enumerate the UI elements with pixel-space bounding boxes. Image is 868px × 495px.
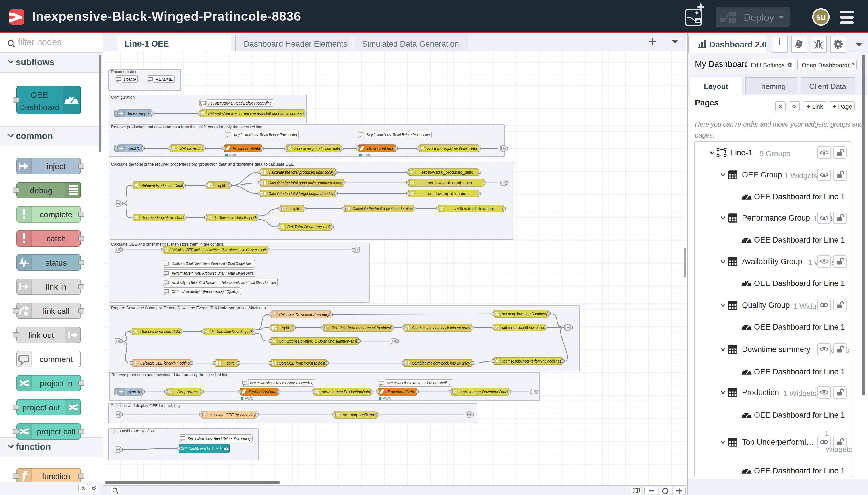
svg-text:Calculate the total good units: Calculate the total good units produced …	[268, 181, 343, 185]
svg-text:OEE Dashboard for Line 1: OEE Dashboard for Line 1	[754, 192, 845, 201]
svg-text:Set Recent Downtime & Downtime: Set Recent Downtime & Downtime summery t…	[279, 339, 357, 343]
svg-text:Is Downtime Data Empty?: Is Downtime Data Empty?	[215, 215, 256, 220]
svg-text:Set params: Set params	[180, 146, 201, 151]
svg-text:Line-1: Line-1	[731, 149, 752, 157]
svg-text:store in msg.downtime_data: store in msg.downtime_data	[427, 146, 478, 151]
svg-text:status: status	[45, 258, 67, 267]
svg-text:OEE Dashboard for Line 1: OEE Dashboard for Line 1	[180, 446, 221, 451]
svg-text:Key Instructions: Read Before: Key Instructions: Read Before Proceeding	[234, 132, 297, 137]
svg-text:complete: complete	[40, 210, 73, 219]
svg-text:RWC: RWC	[363, 153, 372, 157]
svg-text:Calculate the total produced u: Calculate the total produced units today	[268, 170, 334, 174]
svg-text:Calculate OEE for each machine: Calculate OEE for each machine	[140, 361, 189, 365]
svg-text:DowntimeData: DowntimeData	[388, 390, 414, 394]
svg-text:store in msg.production_data: store in msg.production_data	[295, 146, 340, 151]
svg-text:Key Instructions: Read Before: Key Instructions: Read Before Proceeding	[250, 381, 313, 385]
svg-text:Set Total Downtime to 0: Set Total Downtime to 0	[287, 224, 330, 229]
svg-text:1 Widgets: 1 Widgets	[783, 389, 817, 398]
svg-text:RWC: RWC	[383, 396, 392, 400]
svg-text:inject ↻: inject ↻	[126, 146, 140, 151]
svg-text:9 Groups: 9 Groups	[760, 149, 790, 158]
svg-text:Configuration: Configuration	[111, 95, 135, 100]
svg-text:split: split	[226, 361, 233, 365]
svg-text:OEE = (Availability) * (Perfor: OEE = (Availability) * (Performance) * (…	[172, 289, 239, 294]
svg-text:Availability Group: Availability Group	[742, 257, 802, 266]
svg-text:Sort data from most recent to: Sort data from most recent to oldest	[331, 326, 391, 330]
svg-text:Retrieve production and downti: Retrieve production and downtime data fr…	[111, 125, 263, 129]
svg-text:set flow.total_downtime: set flow.total_downtime	[453, 206, 495, 211]
svg-text:Key Instructions: Read Before: Key Instructions: Read Before Proceeding	[188, 436, 250, 441]
svg-text:OEE Dashboard for Line 1: OEE Dashboard for Line 1	[754, 466, 845, 475]
svg-text:Retrieve Downtime Data: Retrieve Downtime Data	[140, 329, 180, 334]
svg-text:OEE Dashboard for Line 1: OEE Dashboard for Line 1	[754, 323, 845, 331]
svg-text:Quality Group: Quality Group	[742, 301, 790, 309]
svg-text:DowntimeData: DowntimeData	[367, 146, 394, 151]
svg-text:inject ↻: inject ↻	[126, 390, 140, 394]
svg-text:Retrieve Downtime Data: Retrieve Downtime Data	[141, 215, 184, 220]
svg-text:Prepare Downtime Summary, Rece: Prepare Downtime Summary, Recent Downtim…	[111, 306, 266, 310]
svg-text:project in: project in	[40, 379, 73, 388]
svg-text:su: su	[816, 12, 826, 21]
svg-text:Performance Group: Performance Group	[742, 214, 810, 222]
svg-text:Combine the data back into an: Combine the data back into an array.	[412, 326, 471, 330]
svg-text:Availavity = (Total Shift Dura: Availavity = (Total Shift Duration - Tot…	[171, 280, 276, 285]
svg-text:split: split	[292, 206, 299, 211]
svg-text:comment: comment	[40, 355, 73, 364]
svg-text:debug: debug	[30, 186, 53, 195]
svg-text:timestamp ¹: timestamp ¹	[128, 111, 149, 116]
svg-text:OEE Dashboard for Line 1: OEE Dashboard for Line 1	[754, 236, 845, 244]
svg-text:Documentation: Documentation	[111, 70, 138, 74]
svg-text:Production: Production	[742, 388, 779, 397]
svg-text:Key Instructions: Read Before: Key Instructions: Read Before Proceeding	[387, 381, 450, 385]
svg-text:link in: link in	[46, 283, 67, 291]
svg-text:split: split	[282, 326, 289, 330]
svg-text:Is Downtime Data Empty?: Is Downtime Data Empty?	[212, 329, 252, 334]
svg-text:OEE Group: OEE Group	[742, 171, 782, 179]
svg-text:Combine the data back into an: Combine the data back into an array.	[412, 361, 471, 365]
svg-text:RWC: RWC	[245, 396, 254, 400]
svg-text:ProductionData: ProductionData	[232, 146, 260, 151]
svg-text:function: function	[42, 472, 70, 481]
svg-text:Quality = Total Good Units Pro: Quality = Total Good Units Produced / To…	[172, 261, 253, 266]
svg-text:store in msg.DowntimeData: store in msg.DowntimeData	[459, 390, 507, 394]
svg-text:Calculate Downtime Summery: Calculate Downtime Summery	[279, 312, 330, 317]
svg-text:Retrieve Production Data: Retrieve Production Data	[141, 183, 182, 188]
svg-text:Retrieve production and downti: Retrieve production and downtime data fr…	[111, 373, 229, 377]
svg-text:project out: project out	[22, 403, 60, 412]
svg-text:OEE Dashboard for Line 1: OEE Dashboard for Line 1	[754, 368, 845, 376]
svg-text:Top Underperformi…: Top Underperformi…	[742, 438, 814, 446]
svg-text:inject: inject	[47, 162, 66, 171]
svg-text:set flow.total_good_units: set flow.total_good_units	[428, 181, 472, 185]
svg-text:RWC: RWC	[229, 153, 238, 157]
svg-text:Downtime summery: Downtime summery	[742, 345, 811, 354]
svg-text:set msg.downtimeSummery: set msg.downtimeSummery	[502, 311, 547, 316]
svg-text:store in msg.ProductionData: store in msg.ProductionData	[322, 390, 370, 394]
svg-text:split: split	[218, 183, 225, 188]
svg-text:Calculate the total target out: Calculate the total target output of tod…	[268, 191, 334, 196]
svg-text:set msg.recentDowntime: set msg.recentDowntime	[502, 325, 544, 330]
svg-text:Calculate and display OEE for: Calculate and display OEE for each day.	[110, 404, 181, 408]
svg-text:License: License	[124, 77, 136, 82]
svg-text:set msg.topUnderPerformingMach: set msg.topUnderPerformingMachines	[502, 359, 561, 363]
svg-text:project call: project call	[37, 427, 75, 436]
svg-text:set msg.oeeTrend: set msg.oeeTrend	[343, 413, 375, 417]
svg-text:link out: link out	[29, 331, 54, 340]
svg-text:ProductionData: ProductionData	[249, 390, 277, 394]
svg-text:OEE Dashboard Subflow: OEE Dashboard Subflow	[110, 429, 154, 433]
svg-text:OEE Dashboard for Line 1: OEE Dashboard for Line 1	[754, 411, 845, 420]
svg-text:set flow.target_output: set flow.target_output	[428, 191, 466, 196]
svg-text:Set params: Set params	[177, 390, 198, 394]
svg-text:calculate OEE for each day: calculate OEE for each day	[210, 413, 256, 417]
svg-text:Sort OEE from worst to best: Sort OEE from worst to best	[279, 361, 326, 365]
svg-text:Calculate OEE and other metric: Calculate OEE and other metrics, then st…	[171, 248, 267, 252]
svg-text:Dashboard: Dashboard	[19, 103, 60, 112]
svg-text:Calculate the total downtime d: Calculate the total downtime duration	[352, 206, 413, 211]
svg-text:Performance = Total Produced U: Performance = Total Produced Units / Tot…	[172, 271, 253, 276]
svg-text:1 Widgets: 1 Widgets	[784, 171, 817, 180]
svg-text:Key Instructions: Read Before: Key Instructions: Read Before Proceeding	[367, 132, 430, 137]
svg-text:catch: catch	[47, 234, 66, 243]
svg-text:README: README	[156, 77, 173, 82]
svg-text:Key Instructions: Read Before: Key Instructions: Read Before Proceeding	[208, 101, 271, 105]
svg-text:Set and store the current line: Set and store the current line and shift…	[208, 111, 303, 116]
svg-text:Calculate the total of the req: Calculate the total of the required prop…	[111, 162, 294, 167]
